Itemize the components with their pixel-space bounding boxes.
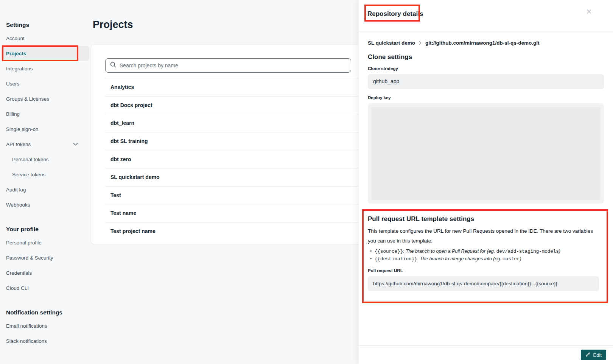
sidebar-item-single-sign-on[interactable]: Single sign-on	[0, 121, 91, 137]
panel-body: SL quickstart demo git://github.com/mirn…	[359, 31, 613, 303]
sidebar-item-account[interactable]: Account	[0, 31, 91, 46]
project-search[interactable]	[105, 58, 351, 73]
deploy-key-label: Deploy key	[368, 95, 604, 100]
pr-variable-source: {{source}}: The branch to open a Pull Re…	[368, 248, 599, 255]
panel-footer: Edit	[359, 345, 613, 364]
pencil-icon	[585, 352, 591, 358]
panel-header: Repository details ✕	[359, 0, 613, 31]
sidebar-heading-settings: Settings	[0, 19, 91, 31]
sidebar-heading-your-profile: Your profile	[0, 224, 91, 235]
deploy-key-redacted	[372, 107, 600, 200]
pr-template-description: This template configures the URL for new…	[368, 226, 597, 246]
sidebar-item-groups-licenses[interactable]: Groups & Licenses	[0, 91, 91, 106]
sidebar-item-credentials[interactable]: Credentials	[0, 265, 91, 280]
breadcrumb: SL quickstart demo git://github.com/mirn…	[368, 39, 604, 46]
pull-request-url-label: Pull request URL	[368, 268, 599, 273]
clone-settings-heading: Clone settings	[368, 53, 604, 61]
breadcrumb-project: SL quickstart demo	[368, 40, 415, 46]
panel-title: Repository details	[367, 10, 423, 18]
sidebar-item-email-notifications[interactable]: Email notifications	[0, 318, 91, 333]
repository-details-panel: Repository details ✕ SL quickstart demo …	[358, 0, 613, 364]
pull-request-url-template-section: Pull request URL template settings This …	[362, 209, 608, 303]
sidebar-item-webhooks[interactable]: Webhooks	[0, 197, 91, 212]
sidebar-item-personal-tokens[interactable]: Personal tokens	[0, 152, 91, 167]
breadcrumb-repo-url: git://github.com/mirnawong1/db-sl-qs-dem…	[425, 40, 539, 46]
sidebar-item-cloud-cli[interactable]: Cloud CLI	[0, 280, 91, 296]
edit-button[interactable]: Edit	[581, 350, 606, 360]
chevron-down-icon	[73, 143, 78, 146]
sidebar-item-api-tokens[interactable]: API tokens	[0, 137, 91, 152]
sidebar-item-personal-profile[interactable]: Personal profile	[0, 235, 91, 250]
clone-strategy-value: github_app	[368, 74, 604, 89]
page-title: Projects	[93, 19, 133, 31]
search-icon	[110, 62, 116, 69]
pr-template-heading: Pull request URL template settings	[368, 215, 599, 223]
settings-sidebar: Settings Account Projects Integrations U…	[0, 0, 91, 364]
sidebar-item-service-tokens[interactable]: Service tokens	[0, 167, 91, 182]
clone-strategy-label: Clone strategy	[368, 66, 604, 71]
sidebar-item-billing[interactable]: Billing	[0, 106, 91, 121]
pr-template-variables: {{source}}: The branch to open a Pull Re…	[368, 248, 599, 263]
search-input[interactable]	[120, 62, 346, 68]
sidebar-heading-notification-settings: Notification settings	[0, 307, 91, 318]
close-icon[interactable]: ✕	[586, 8, 592, 15]
pr-variable-destination: {{destination}}: The branch to merge cha…	[368, 255, 599, 263]
sidebar-item-slack-notifications[interactable]: Slack notifications	[0, 333, 91, 348]
sidebar-item-password-security[interactable]: Password & Security	[0, 250, 91, 265]
edit-button-label: Edit	[593, 352, 602, 358]
chevron-right-icon	[419, 41, 422, 45]
pull-request-url-value: https://github.com/mirnawong1/db-sl-qs-d…	[368, 276, 599, 291]
sidebar-item-audit-log[interactable]: Audit log	[0, 182, 91, 197]
sidebar-item-users[interactable]: Users	[0, 76, 91, 91]
deploy-key-box	[368, 103, 604, 204]
sidebar-item-integrations[interactable]: Integrations	[0, 61, 91, 76]
sidebar-item-projects[interactable]: Projects	[2, 46, 89, 61]
